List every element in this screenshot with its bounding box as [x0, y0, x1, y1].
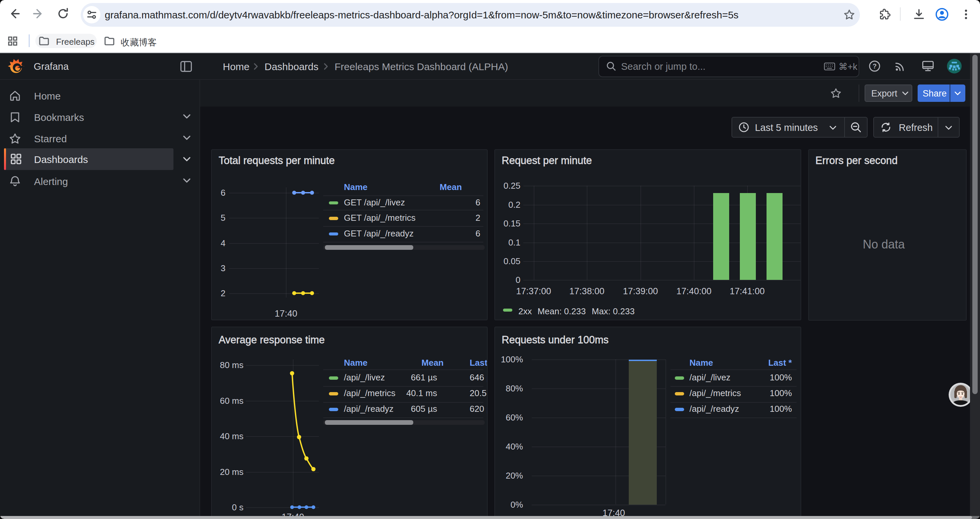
svg-text:?: ?: [873, 62, 877, 70]
